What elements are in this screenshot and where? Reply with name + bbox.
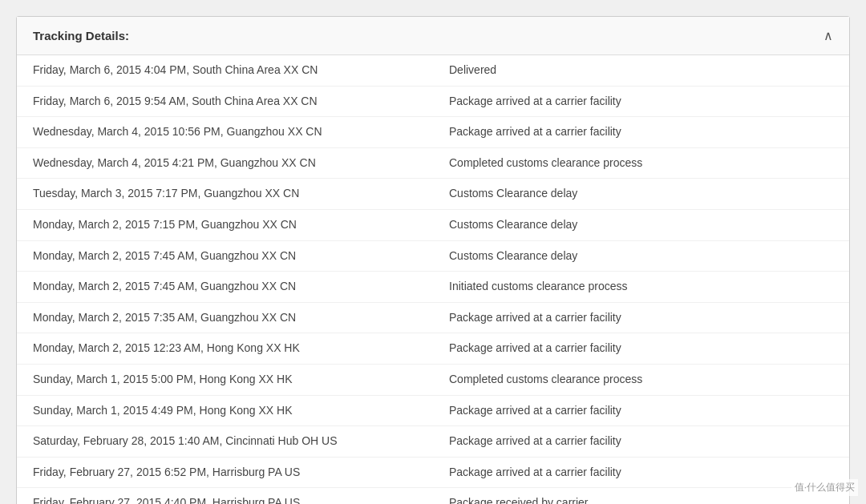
row-datetime: Friday, February 27, 2015 4:40 PM, Harri… xyxy=(17,488,433,504)
row-status: Initiated customs clearance process xyxy=(433,272,849,303)
table-row: Monday, March 2, 2015 7:45 AM, Guangzhou… xyxy=(17,272,849,303)
table-row: Saturday, February 28, 2015 1:40 AM, Cin… xyxy=(17,426,849,458)
row-status: Package received by carrier xyxy=(433,488,849,504)
collapse-icon[interactable]: ∧ xyxy=(824,28,833,43)
row-datetime: Tuesday, March 3, 2015 7:17 PM, Guangzho… xyxy=(17,179,433,210)
row-status: Package arrived at a carrier facility xyxy=(433,457,849,488)
row-datetime: Friday, March 6, 2015 9:54 AM, South Chi… xyxy=(17,86,433,117)
row-status: Completed customs clearance process xyxy=(433,147,849,179)
table-row: Friday, February 27, 2015 6:52 PM, Harri… xyxy=(17,457,849,488)
row-datetime: Friday, February 27, 2015 6:52 PM, Harri… xyxy=(17,457,433,488)
table-row: Friday, February 27, 2015 4:40 PM, Harri… xyxy=(17,488,849,504)
table-row: Sunday, March 1, 2015 5:00 PM, Hong Kong… xyxy=(17,364,849,395)
table-row: Friday, March 6, 2015 4:04 PM, South Chi… xyxy=(17,55,849,86)
table-row: Monday, March 2, 2015 12:23 AM, Hong Kon… xyxy=(17,333,849,365)
row-datetime: Friday, March 6, 2015 4:04 PM, South Chi… xyxy=(17,55,433,86)
tracking-header: Tracking Details: ∧ xyxy=(17,17,849,55)
row-status: Package arrived at a carrier facility xyxy=(433,333,849,365)
row-datetime: Monday, March 2, 2015 7:45 AM, Guangzhou… xyxy=(17,240,433,272)
table-row: Tuesday, March 3, 2015 7:17 PM, Guangzho… xyxy=(17,179,849,210)
row-datetime: Wednesday, March 4, 2015 10:56 PM, Guang… xyxy=(17,117,433,148)
row-datetime: Sunday, March 1, 2015 5:00 PM, Hong Kong… xyxy=(17,364,433,395)
row-status: Package arrived at a carrier facility xyxy=(433,86,849,117)
row-datetime: Wednesday, March 4, 2015 4:21 PM, Guangz… xyxy=(17,147,433,179)
row-status: Package arrived at a carrier facility xyxy=(433,117,849,148)
row-status: Completed customs clearance process xyxy=(433,364,849,395)
row-datetime: Monday, March 2, 2015 7:35 AM, Guangzhou… xyxy=(17,302,433,333)
row-status: Customs Clearance delay xyxy=(433,209,849,240)
table-row: Friday, March 6, 2015 9:54 AM, South Chi… xyxy=(17,86,849,117)
watermark: 值·什么值得买 xyxy=(791,479,858,496)
row-status: Customs Clearance delay xyxy=(433,240,849,272)
row-status: Package arrived at a carrier facility xyxy=(433,395,849,426)
row-datetime: Sunday, March 1, 2015 4:49 PM, Hong Kong… xyxy=(17,395,433,426)
tracking-title: Tracking Details: xyxy=(33,29,129,42)
tracking-table: Friday, March 6, 2015 4:04 PM, South Chi… xyxy=(17,55,849,504)
table-row: Monday, March 2, 2015 7:45 AM, Guangzhou… xyxy=(17,240,849,272)
row-datetime: Monday, March 2, 2015 7:45 AM, Guangzhou… xyxy=(17,272,433,303)
row-datetime: Monday, March 2, 2015 7:15 PM, Guangzhou… xyxy=(17,209,433,240)
table-row: Wednesday, March 4, 2015 10:56 PM, Guang… xyxy=(17,117,849,148)
row-datetime: Monday, March 2, 2015 12:23 AM, Hong Kon… xyxy=(17,333,433,365)
row-datetime: Saturday, February 28, 2015 1:40 AM, Cin… xyxy=(17,426,433,458)
table-row: Sunday, March 1, 2015 4:49 PM, Hong Kong… xyxy=(17,395,849,426)
table-row: Wednesday, March 4, 2015 4:21 PM, Guangz… xyxy=(17,147,849,179)
row-status: Delivered xyxy=(433,55,849,86)
tracking-panel: Tracking Details: ∧ Friday, March 6, 201… xyxy=(16,16,850,504)
row-status: Package arrived at a carrier facility xyxy=(433,426,849,458)
row-status: Package arrived at a carrier facility xyxy=(433,302,849,333)
table-row: Monday, March 2, 2015 7:15 PM, Guangzhou… xyxy=(17,209,849,240)
row-status: Customs Clearance delay xyxy=(433,179,849,210)
table-row: Monday, March 2, 2015 7:35 AM, Guangzhou… xyxy=(17,302,849,333)
